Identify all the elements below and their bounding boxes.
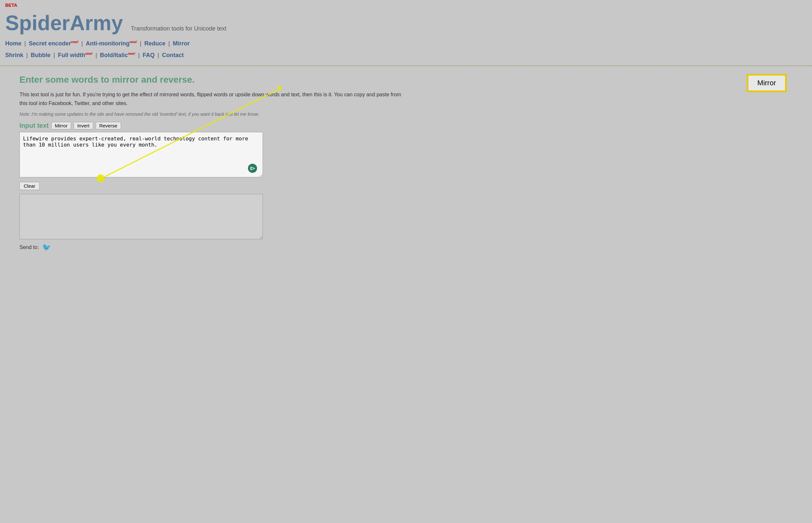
mirror-highlight-container: Mirror (747, 75, 786, 91)
nav-bold-italic[interactable]: Bold/Italic (100, 52, 128, 58)
input-textarea[interactable]: Lifewire provides expert-created, real-w… (19, 132, 263, 177)
nav-divider (0, 66, 812, 66)
nav-home[interactable]: Home (5, 40, 21, 47)
invert-button[interactable]: Invert (74, 122, 93, 129)
nav-secret-encoder[interactable]: Secret encoder (29, 40, 71, 47)
site-tagline: Transformation tools for Unicode text (131, 25, 226, 32)
nav: Home | Secret encodernew! | Anti-monitor… (0, 35, 812, 64)
nav-mirror[interactable]: Mirror (173, 40, 190, 47)
clear-button[interactable]: Clear (19, 182, 39, 190)
send-to-row: Send to: 🐦 (19, 243, 793, 252)
twitter-icon[interactable]: 🐦 (42, 243, 51, 252)
description: This text tool is just for fun. If you'r… (19, 90, 409, 108)
nav-faq[interactable]: FAQ (142, 52, 155, 58)
main-content: Mirror Enter some words to mirror and re… (0, 68, 812, 258)
input-wrapper: Lifewire provides expert-created, real-w… (19, 132, 263, 179)
beta-label: BETA (0, 0, 812, 8)
nav-full-width[interactable]: Full width (58, 52, 85, 58)
nav-shrink[interactable]: Shrink (5, 52, 23, 58)
page-heading: Enter some words to mirror and reverse. (19, 75, 793, 85)
input-label-row: Input text Mirror Invert Reverse (19, 122, 793, 129)
output-textarea[interactable] (19, 194, 263, 239)
send-to-label: Send to: (19, 245, 39, 250)
input-label: Input text (19, 122, 49, 129)
nav-contact[interactable]: Contact (162, 52, 184, 58)
header: SpiderArmy Transformation tools for Unic… (0, 8, 812, 35)
reverse-button[interactable]: Reverse (96, 122, 121, 129)
site-title: SpiderArmy (5, 11, 123, 35)
nav-bubble[interactable]: Bubble (31, 52, 51, 58)
nav-anti-monitoring[interactable]: Anti-monitoring (86, 40, 129, 47)
mirror-button[interactable]: Mirror (51, 122, 71, 129)
note-text: Note: I'm making some updates to the sit… (19, 111, 793, 117)
nav-reduce[interactable]: Reduce (144, 40, 166, 47)
mirror-highlight-button[interactable]: Mirror (747, 75, 786, 91)
